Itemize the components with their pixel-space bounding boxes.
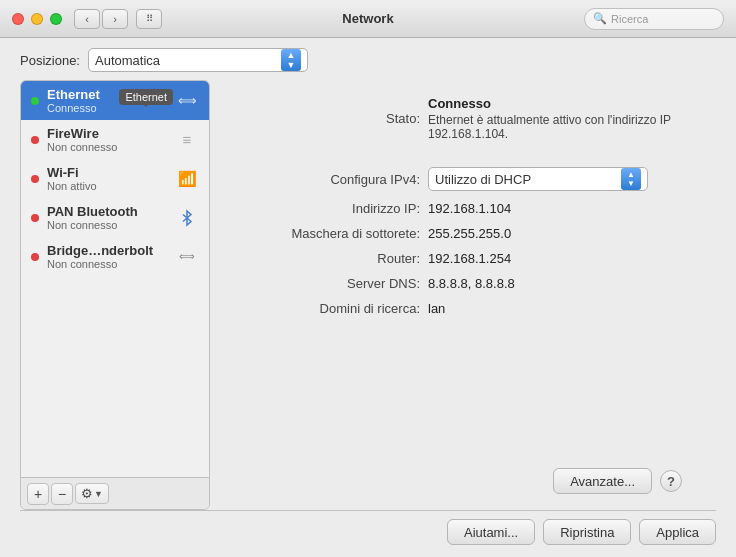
item-name-wifi: Wi-Fi <box>47 165 167 180</box>
arrows-icon: ⟺ <box>175 89 199 113</box>
stato-row: Stato: Connesso Ethernet è attualmente a… <box>240 96 686 141</box>
main-content: Posizione: Automatica ▲ ▼ Ethernet Conne… <box>0 38 736 557</box>
stato-value: Connesso <box>428 96 686 111</box>
status-dot-firewire <box>31 136 39 144</box>
item-info-ethernet: Ethernet Connesso <box>47 87 167 114</box>
domini-value: lan <box>428 301 445 316</box>
item-status-wifi: Non attivo <box>47 180 167 192</box>
sidebar-item-bridge[interactable]: Bridge…nderbolt Non connesso ⟺ <box>21 237 209 276</box>
sidebar: Ethernet Connesso ⟺ Ethernet FireWire No… <box>20 80 210 510</box>
bottom-area: Aiutami... Ripristina Applica <box>0 511 736 557</box>
status-dot-bridge <box>31 253 39 261</box>
gear-icon: ⚙ <box>81 486 93 501</box>
item-name-firewire: FireWire <box>47 126 167 141</box>
configura-label: Configura IPv4: <box>240 172 420 187</box>
sidebar-item-ethernet[interactable]: Ethernet Connesso ⟺ Ethernet <box>21 81 209 120</box>
aiutami-button[interactable]: Aiutami... <box>447 519 535 545</box>
search-box[interactable]: 🔍 Ricerca <box>584 8 724 30</box>
item-info-bluetooth: PAN Bluetooth Non connesso <box>47 204 167 231</box>
stato-desc: Ethernet è attualmente attivo con l'indi… <box>428 113 686 141</box>
status-block: Connesso Ethernet è attualmente attivo c… <box>428 96 686 141</box>
status-dot-bluetooth <box>31 214 39 222</box>
avanzate-row: Avanzate... ? <box>240 468 686 494</box>
indirizzo-row: Indirizzo IP: 192.168.1.104 <box>240 201 686 216</box>
bluetooth-icon <box>175 206 199 230</box>
search-icon: 🔍 <box>593 12 607 25</box>
status-dot-wifi <box>31 175 39 183</box>
item-name-bridge: Bridge…nderbolt <box>47 243 167 258</box>
router-label: Router: <box>240 251 420 266</box>
spacer <box>240 151 686 157</box>
status-dot-ethernet <box>31 97 39 105</box>
dns-row: Server DNS: 8.8.8.8, 8.8.8.8 <box>240 276 686 291</box>
configura-value: Utilizzo di DHCP <box>435 172 621 187</box>
fullscreen-button[interactable] <box>50 13 62 25</box>
maschera-label: Maschera di sottorete: <box>240 226 420 241</box>
item-status-firewire: Non connesso <box>47 141 167 153</box>
sidebar-item-wifi[interactable]: Wi-Fi Non attivo 📶 <box>21 159 209 198</box>
sidebar-item-bluetooth[interactable]: PAN Bluetooth Non connesso <box>21 198 209 237</box>
indirizzo-label: Indirizzo IP: <box>240 201 420 216</box>
search-placeholder: Ricerca <box>611 13 648 25</box>
flex-spacer <box>240 326 686 458</box>
help-button[interactable]: ? <box>660 470 682 492</box>
remove-network-button[interactable]: − <box>51 483 73 505</box>
posizione-select[interactable]: Automatica ▲ ▼ <box>88 48 308 72</box>
indirizzo-value: 192.168.1.104 <box>428 201 511 216</box>
applica-button[interactable]: Applica <box>639 519 716 545</box>
stato-label: Stato: <box>240 111 420 126</box>
grid-button[interactable]: ⠿ <box>136 9 162 29</box>
panel-area: Ethernet Connesso ⟺ Ethernet FireWire No… <box>0 80 736 510</box>
maschera-row: Maschera di sottorete: 255.255.255.0 <box>240 226 686 241</box>
posizione-row: Posizione: Automatica ▲ ▼ <box>0 38 736 80</box>
maschera-value: 255.255.255.0 <box>428 226 511 241</box>
posizione-arrows-icon: ▲ ▼ <box>281 49 301 71</box>
sidebar-footer: + − ⚙ ▼ <box>21 477 209 509</box>
domini-row: Domini di ricerca: lan <box>240 301 686 316</box>
nav-buttons: ‹ › <box>74 9 128 29</box>
configura-arrows-icon: ▲ ▼ <box>621 168 641 190</box>
item-info-firewire: FireWire Non connesso <box>47 126 167 153</box>
details-panel: Stato: Connesso Ethernet è attualmente a… <box>210 80 716 510</box>
sidebar-item-firewire[interactable]: FireWire Non connesso ≡ <box>21 120 209 159</box>
dns-value: 8.8.8.8, 8.8.8.8 <box>428 276 515 291</box>
item-name-ethernet: Ethernet <box>47 87 167 102</box>
item-info-wifi: Wi-Fi Non attivo <box>47 165 167 192</box>
traffic-lights <box>12 13 62 25</box>
router-value: 192.168.1.254 <box>428 251 511 266</box>
gear-button[interactable]: ⚙ ▼ <box>75 483 109 504</box>
configura-select[interactable]: Utilizzo di DHCP ▲ ▼ <box>428 167 648 191</box>
main-buttons-row: Aiutami... Ripristina Applica <box>20 519 716 545</box>
configura-row: Configura IPv4: Utilizzo di DHCP ▲ ▼ <box>240 167 686 191</box>
posizione-value: Automatica <box>95 53 281 68</box>
wifi-icon: 📶 <box>175 167 199 191</box>
dns-label: Server DNS: <box>240 276 420 291</box>
router-row: Router: 192.168.1.254 <box>240 251 686 266</box>
window-title: Network <box>342 11 393 26</box>
close-button[interactable] <box>12 13 24 25</box>
titlebar: ‹ › ⠿ Network 🔍 Ricerca <box>0 0 736 38</box>
back-button[interactable]: ‹ <box>74 9 100 29</box>
minimize-button[interactable] <box>31 13 43 25</box>
posizione-label: Posizione: <box>20 53 80 68</box>
ripristina-button[interactable]: Ripristina <box>543 519 631 545</box>
item-status-bridge: Non connesso <box>47 258 167 270</box>
forward-button[interactable]: › <box>102 9 128 29</box>
firewire-icon: ≡ <box>175 128 199 152</box>
avanzate-button[interactable]: Avanzate... <box>553 468 652 494</box>
item-status-bluetooth: Non connesso <box>47 219 167 231</box>
domini-label: Domini di ricerca: <box>240 301 420 316</box>
sidebar-list: Ethernet Connesso ⟺ Ethernet FireWire No… <box>21 81 209 477</box>
add-network-button[interactable]: + <box>27 483 49 505</box>
bridge-arrows-icon: ⟺ <box>175 245 199 269</box>
item-status-ethernet: Connesso <box>47 102 167 114</box>
item-info-bridge: Bridge…nderbolt Non connesso <box>47 243 167 270</box>
item-name-bluetooth: PAN Bluetooth <box>47 204 167 219</box>
